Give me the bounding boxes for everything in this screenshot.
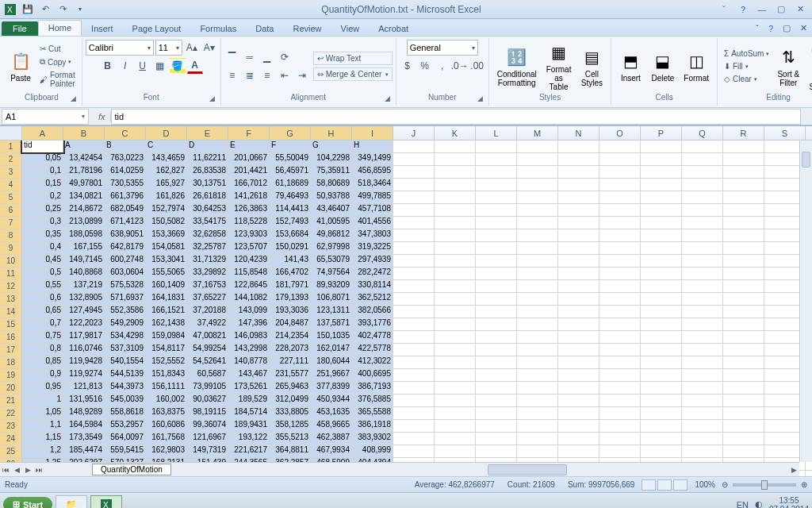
cell[interactable]: [558, 204, 599, 216]
language-indicator[interactable]: EN: [737, 500, 749, 509]
cell[interactable]: 1,15: [22, 433, 63, 444]
wrap-text-button[interactable]: ↩Wrap Text: [313, 52, 393, 65]
cell[interactable]: [435, 306, 476, 318]
cell[interactable]: 0,7: [22, 318, 63, 330]
align-top-icon[interactable]: ▔: [224, 49, 240, 65]
cell[interactable]: [558, 344, 599, 356]
row-header[interactable]: 9: [0, 242, 22, 254]
cell[interactable]: 0,25: [22, 204, 63, 216]
cell[interactable]: [682, 267, 723, 279]
cell[interactable]: 0,05: [22, 153, 63, 165]
cell[interactable]: [599, 356, 641, 368]
zoom-slider[interactable]: [733, 483, 796, 487]
cell[interactable]: 457,7108: [352, 204, 393, 216]
cell[interactable]: [435, 293, 476, 305]
cell[interactable]: [682, 204, 723, 216]
cell[interactable]: 143,4659: [146, 153, 187, 165]
cell[interactable]: [599, 140, 641, 152]
column-header[interactable]: B: [63, 126, 105, 140]
cell[interactable]: 671,4123: [105, 217, 146, 229]
fill-color-icon[interactable]: 🪣: [170, 58, 186, 74]
sheet-nav-first-icon[interactable]: ⏮: [0, 466, 11, 474]
cell[interactable]: 21,78196: [63, 166, 105, 178]
cell[interactable]: [682, 306, 723, 318]
tab-acrobat[interactable]: Acrobat: [369, 21, 418, 36]
cell[interactable]: [435, 204, 476, 216]
cell[interactable]: 149,7319: [187, 445, 228, 457]
cell[interactable]: [641, 179, 682, 190]
cell[interactable]: [723, 318, 764, 330]
number-dialog-icon[interactable]: ◢: [476, 94, 485, 104]
cell[interactable]: 467,9934: [311, 445, 352, 457]
cell[interactable]: 0,6: [22, 293, 63, 305]
column-header[interactable]: E: [187, 126, 228, 140]
row-header[interactable]: 12: [0, 280, 22, 292]
cell[interactable]: 154,0581: [146, 242, 187, 254]
cell[interactable]: [393, 217, 435, 229]
cell[interactable]: 204,8487: [270, 318, 311, 330]
column-header[interactable]: D: [146, 126, 187, 140]
autosum-button[interactable]: ΣAutoSum▾: [721, 48, 772, 60]
cell[interactable]: [558, 356, 599, 368]
row-header[interactable]: 11: [0, 267, 22, 279]
cell[interactable]: [599, 242, 641, 254]
cell[interactable]: 173,3549: [63, 433, 105, 444]
bold-icon[interactable]: B: [100, 58, 116, 74]
cell[interactable]: tid: [22, 140, 63, 152]
cell[interactable]: [393, 407, 435, 419]
cell[interactable]: [682, 179, 723, 190]
cell[interactable]: [641, 306, 682, 318]
cell[interactable]: [599, 204, 641, 216]
cell[interactable]: 213,0899: [63, 217, 105, 229]
cell[interactable]: [435, 382, 476, 394]
hscroll-thumb[interactable]: [488, 464, 567, 475]
cell[interactable]: E: [228, 140, 270, 152]
cell[interactable]: 117,9817: [63, 331, 105, 343]
cell[interactable]: 143,467: [228, 369, 270, 381]
cell[interactable]: [723, 331, 764, 343]
cell[interactable]: 382,0566: [352, 306, 393, 318]
grow-font-icon[interactable]: A▴: [184, 40, 200, 56]
cell[interactable]: 552,3586: [105, 306, 146, 318]
cell[interactable]: 393,1776: [352, 318, 393, 330]
font-size-combo[interactable]: 11▾: [155, 40, 182, 56]
cell[interactable]: [599, 255, 641, 267]
cell[interactable]: [476, 267, 517, 279]
cell[interactable]: 162,1438: [146, 318, 187, 330]
cell[interactable]: 518,3464: [352, 179, 393, 190]
cell[interactable]: [476, 140, 517, 152]
tab-view[interactable]: View: [331, 21, 370, 36]
cell[interactable]: [599, 369, 641, 381]
column-header[interactable]: S: [764, 126, 806, 140]
cell[interactable]: [393, 445, 435, 457]
cell[interactable]: [682, 229, 723, 241]
ribbon-help-icon[interactable]: ?: [764, 21, 778, 36]
cell[interactable]: 152,7974: [146, 204, 187, 216]
cell[interactable]: 1,2: [22, 445, 63, 457]
cell[interactable]: 265,9463: [270, 382, 311, 394]
cell[interactable]: 462,3887: [311, 433, 352, 444]
cell[interactable]: [435, 407, 476, 419]
cell[interactable]: [558, 306, 599, 318]
cell[interactable]: [723, 204, 764, 216]
shrink-font-icon[interactable]: A▾: [201, 40, 217, 56]
cell[interactable]: 214,2354: [270, 331, 311, 343]
borders-icon[interactable]: ▦: [152, 58, 168, 74]
cell[interactable]: [476, 394, 517, 406]
excel-icon[interactable]: X: [3, 2, 17, 17]
row-header[interactable]: 18: [0, 356, 22, 368]
cell[interactable]: 11,62211: [187, 153, 228, 165]
cell[interactable]: [435, 394, 476, 406]
cell[interactable]: [476, 191, 517, 203]
cell[interactable]: [599, 166, 641, 178]
cell[interactable]: [558, 255, 599, 267]
cell[interactable]: [476, 433, 517, 444]
inner-restore-icon[interactable]: ▢: [778, 21, 795, 36]
cell[interactable]: [476, 407, 517, 419]
cell[interactable]: [517, 420, 558, 432]
cell[interactable]: 131,9516: [63, 394, 105, 406]
view-page-layout-icon[interactable]: [657, 479, 672, 491]
cell[interactable]: 201,0667: [228, 153, 270, 165]
cell[interactable]: 193,3036: [270, 306, 311, 318]
tab-review[interactable]: Review: [283, 21, 331, 36]
